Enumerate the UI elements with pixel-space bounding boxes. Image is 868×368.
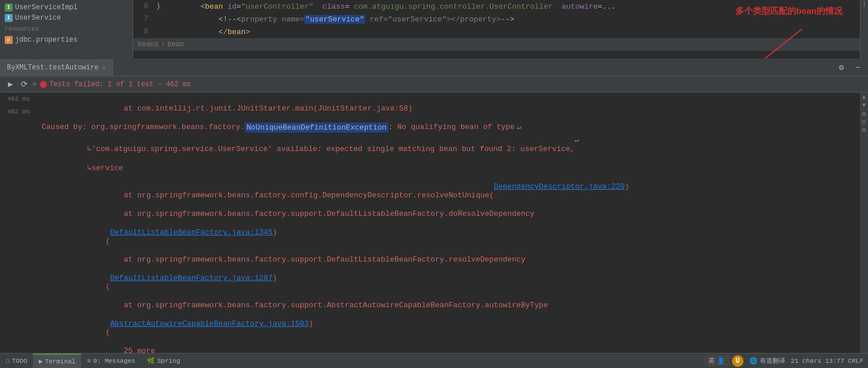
breadcrumb-beans: beans [138,41,159,49]
line-number-6: 6 [135,2,153,10]
bottom-right: 英 👤 U 🌐 有道翻译 21 chars 13:77 CRLF [704,355,868,367]
exception-highlight: NoUniqueBeanDefinitionException [245,123,388,133]
gutter-6: ⟩ [153,2,164,11]
test-failed-label: Tests failed: 1 of 1 test – 462 ms [49,80,191,89]
line-number-8: 8 [135,28,153,36]
toolbar-separator: » [32,80,36,89]
tab-bar: ByXMLTest.testAutowire × ⚙ − [0,59,868,76]
tab-close-btn[interactable]: × [102,64,106,71]
messages-icon: ≡ [87,358,91,365]
lang-label: 英 [708,356,715,365]
console-line-service: ↳service [35,154,860,182]
breadcrumb-bean: bean [167,41,184,49]
jdbc-item[interactable]: p jdbc.properties [0,35,133,45]
test-toolbar: ▶ ⟳ » [5,79,36,90]
code-content-8: </bean> [164,19,860,45]
main-content: 462 ms 462 ms at com.intellij.rt.junit.J… [0,93,868,353]
console-wrapper: at com.intellij.rt.junit.JUnitStarter.ma… [35,93,868,353]
scrollbar-thumb[interactable]: | [862,1,866,8]
todo-icon: ☐ [6,357,10,365]
console-line-stack-4: at org.springframework.beans.factory.sup… [35,292,860,319]
console-line-stack-2: at org.springframework.beans.factory.sup… [35,200,860,227]
line-number-7: 7 [135,15,153,23]
sidebar-item-label: UserService [15,14,61,22]
scroll-down-icon[interactable]: ▼ [860,102,867,109]
scroll-icon-3[interactable]: ⊞ [860,110,867,117]
test-failed-badge: Tests failed: 1 of 1 test – 462 ms [40,80,191,89]
console-line-caused: Caused by: org.springframework.beans.fac… [35,122,860,135]
dlbf-1345-link[interactable]: DefaultListableBeanFactory.java:1345 [110,228,273,237]
tab-label: ByXMLTest.testAutowire [7,64,98,72]
sidebar-item-label: UserServiceImpl [15,3,78,12]
person-icon: 👤 [717,357,725,365]
test-tab[interactable]: ByXMLTest.testAutowire × [0,59,113,76]
sidebar-panel: I UserServiceImpl I UserService resource… [0,0,133,58]
properties-icon: p [5,36,13,44]
console-line-stack-1: at org.springframework.beans.factory.con… [35,182,860,200]
console-line-available: ↳'com.atguigu.spring.service.UserService… [35,135,860,154]
ime-label: U [735,357,740,365]
dlbf-1287-link[interactable]: DefaultListableBeanFactory.java:1287 [110,274,273,282]
terminal-icon: ▶ [39,358,43,365]
failed-dot [40,81,47,88]
tab-icons-right: ⚙ − [836,62,868,73]
time-label-1: 462 ms [0,93,35,105]
dep-descriptor-link[interactable]: DependencyDescriptor.java:220 [494,182,624,191]
right-scrollbar[interactable]: ▲ ▼ ⊞ ⊟ ⊠ [860,93,868,353]
code-editor: 6 ⟩ <bean id="userController" class= com… [133,0,860,58]
test-header: ▶ ⟳ » Tests failed: 1 of 1 test – 462 ms [0,76,868,93]
sidebar-item-userservice[interactable]: I UserService [0,13,133,23]
minimize-icon[interactable]: − [852,62,863,73]
console-line-stack-3: at org.springframework.beans.factory.sup… [35,246,860,273]
interface-icon: I [5,14,13,22]
editor-scrollbar[interactable]: | [860,0,868,58]
wrap-arrow: ↵ [517,123,521,132]
settings-icon[interactable]: ⚙ [836,62,847,73]
breadcrumb-sep: › [161,41,165,49]
sidebar-item-userimpl[interactable]: I UserServiceImpl [0,2,133,13]
bottom-tab-spring[interactable]: 🌿 Spring [141,354,186,368]
caused-by-text: Caused by: org.springframework.beans.fac… [42,123,245,131]
console-line-stack-3b: (DefaultListableBeanFactory.java:1287) [35,273,860,292]
spring-icon: 🌿 [147,357,155,365]
console-line-1: at com.intellij.rt.junit.JUnitStarter.ma… [35,95,860,122]
translation-icon: 🌐 [749,357,757,365]
translation-label: 有道翻译 [760,356,785,365]
line-col-status: 21 chars 13:77 CRLF [791,358,863,365]
rerun-failed-icon[interactable]: ⟳ [19,79,30,90]
bottom-tabs: ☐ TODO ▶ Terminal ≡ 0: Messages 🌿 Spring [0,354,186,368]
impl-icon: I [5,3,13,12]
lang-indicator[interactable]: 英 👤 [704,355,730,366]
rerun-icon[interactable]: ▶ [5,79,16,90]
bottom-tab-terminal[interactable]: ▶ Terminal [33,354,81,368]
time-labels: 462 ms 462 ms [0,93,35,353]
ime-indicator[interactable]: U [732,355,744,367]
time-label-2: 462 ms [0,105,35,118]
console-line-stack-4b: (AbstractAutowireCapableBeanFactory.java… [35,319,860,337]
aacbf-link[interactable]: AbstractAutowireCapableBeanFactory.java:… [110,319,308,328]
code-line-8: 8 </bean> [133,25,860,38]
no-qualifying-text: : No qualifying bean of type [388,123,514,131]
console-line-more: 25 more [35,337,860,353]
scroll-up-icon[interactable]: ▲ [860,94,867,101]
translation-btn[interactable]: 🌐 有道翻译 [746,355,789,366]
bottom-bar: ☐ TODO ▶ Terminal ≡ 0: Messages 🌿 Spring… [0,353,868,368]
bottom-tab-messages[interactable]: ≡ 0: Messages [81,354,141,368]
console-panel: at com.intellij.rt.junit.JUnitStarter.ma… [35,93,860,353]
scroll-icon-5[interactable]: ⊠ [860,126,867,133]
resources-label: resources [0,23,133,35]
bottom-tab-todo[interactable]: ☐ TODO [0,354,33,368]
scroll-icon-4[interactable]: ⊟ [860,118,867,125]
console-line-stack-2b: (DefaultListableBeanFactory.java:1345) [35,227,860,246]
jdbc-label: jdbc.properties [15,36,78,44]
